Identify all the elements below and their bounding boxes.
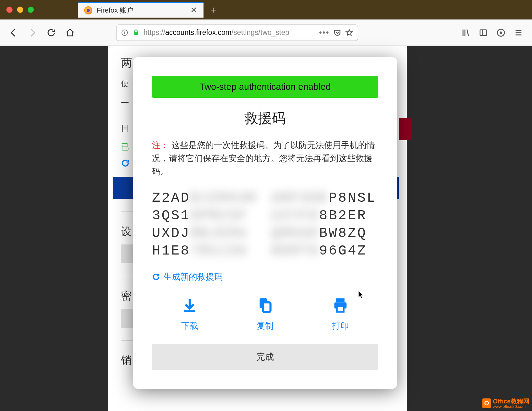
menu-button[interactable] (511, 25, 526, 40)
sidebar-button[interactable] (476, 25, 491, 40)
home-button[interactable] (63, 25, 77, 40)
watermark-url: www.office26.com (493, 404, 529, 408)
success-banner: Two-step authentication enabled (152, 76, 378, 98)
download-icon (182, 297, 198, 313)
recovery-code: U2YF88B2ER (271, 207, 378, 224)
recovery-codes-grid: Z2ADBJZR64R ARFSOEP8NSL 3QS1OPRCSF U2YF8… (152, 189, 378, 260)
extension-info-button[interactable] (494, 25, 508, 40)
content-area: 两 使 一 目 已 设 密 销 Two-step authentication … (0, 46, 532, 411)
svg-rect-1 (134, 32, 138, 35)
bg-red-indicator (399, 118, 411, 140)
url-bar[interactable]: https://accounts.firefox.com/settings/tw… (116, 25, 358, 41)
print-label: 打印 (332, 320, 349, 332)
modal-actions: 下载 复制 打印 (152, 297, 378, 332)
bookmark-star-icon[interactable] (345, 29, 353, 37)
svg-point-4 (500, 32, 502, 33)
watermark-badge-icon: O (482, 398, 491, 408)
browser-toolbar: https://accounts.firefox.com/settings/tw… (0, 19, 532, 46)
note-text: 这些是您的一次性救援码。为了以防无法使用手机的情况，请将它们保存在安全的地方。您… (152, 140, 375, 176)
recovery-code: 3QS1OPRCSF (152, 207, 259, 224)
note-label: 注： (152, 140, 169, 150)
browser-window: Firefox 账户 ✕ ＋ https://accounts.firefox.… (0, 0, 532, 411)
done-label: 完成 (256, 352, 274, 362)
modal-title: 救援码 (152, 109, 378, 128)
watermark-brand: Office教程网 (493, 398, 529, 404)
svg-rect-9 (337, 306, 344, 312)
copy-icon (257, 297, 273, 313)
pocket-icon[interactable] (333, 29, 341, 37)
new-tab-button[interactable]: ＋ (205, 2, 221, 18)
close-tab-icon[interactable]: ✕ (190, 5, 197, 15)
firefox-favicon-icon (84, 6, 92, 14)
watermark: O Office教程网 www.office26.com (482, 398, 529, 408)
library-button[interactable] (459, 25, 473, 40)
page-actions-icon[interactable]: ••• (319, 28, 329, 37)
lock-icon[interactable] (132, 29, 140, 36)
minimize-window-button[interactable] (17, 7, 23, 13)
download-button[interactable]: 下载 (181, 297, 198, 332)
site-info-icon[interactable] (121, 29, 128, 36)
recovery-codes-modal: Two-step authentication enabled 救援码 注： 这… (133, 57, 397, 389)
svg-rect-7 (336, 298, 345, 302)
recovery-code: UXDJRBJERA (152, 224, 259, 242)
window-controls (6, 7, 34, 13)
recovery-code: QMOSDBW8ZQ (271, 224, 378, 242)
tab-title: Firefox 账户 (97, 6, 133, 15)
url-text: https://accounts.firefox.com/settings/tw… (144, 28, 315, 37)
recovery-code: H1E87RSJ36 (152, 242, 259, 260)
download-label: 下载 (181, 320, 198, 332)
close-window-button[interactable] (6, 7, 13, 13)
forward-button[interactable] (25, 25, 40, 40)
print-icon (332, 297, 349, 313)
modal-note: 注： 这些是您的一次性救援码。为了以防无法使用手机的情况，请将它们保存在安全的地… (152, 139, 378, 178)
copy-button[interactable]: 复制 (257, 297, 274, 332)
recovery-code: Z2ADBJZR64R (152, 189, 259, 207)
maximize-window-button[interactable] (28, 7, 34, 13)
refresh-icon (152, 273, 160, 281)
browser-tab[interactable]: Firefox 账户 ✕ (78, 2, 204, 18)
reload-button[interactable] (44, 25, 58, 40)
done-button[interactable]: 完成 (152, 344, 378, 370)
back-button[interactable] (6, 25, 21, 40)
svg-rect-2 (480, 30, 487, 36)
regenerate-label: 生成新的救援码 (163, 271, 223, 282)
recovery-code: ARFSOEP8NSL (271, 189, 378, 207)
regenerate-codes-link[interactable]: 生成新的救援码 (152, 271, 378, 282)
print-button[interactable]: 打印 (332, 297, 349, 332)
recovery-code: RDRT896G4Z (271, 242, 378, 260)
copy-label: 复制 (257, 320, 274, 332)
tab-strip: Firefox 账户 ✕ ＋ (0, 0, 532, 19)
svg-rect-6 (263, 302, 271, 312)
